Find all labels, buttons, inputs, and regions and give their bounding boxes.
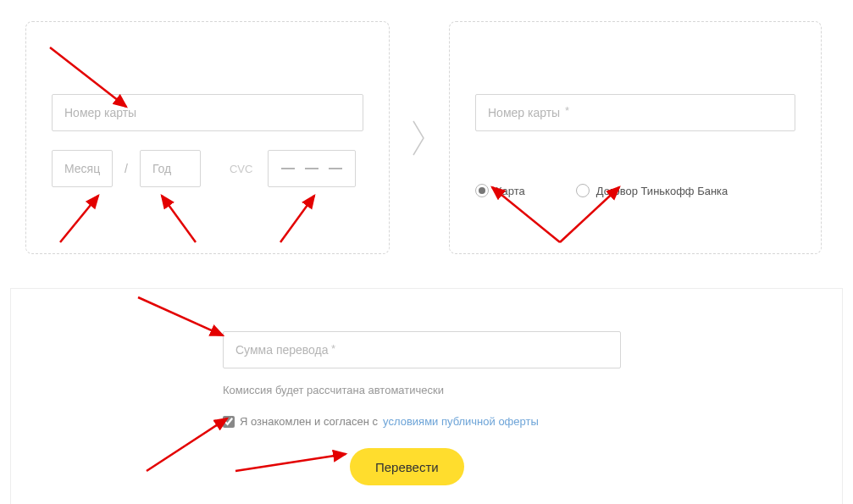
consent-checkbox[interactable] bbox=[223, 416, 235, 428]
from-card-number-input[interactable] bbox=[52, 94, 363, 131]
expiry-year-input[interactable] bbox=[140, 150, 201, 187]
cvc-label: CVC bbox=[230, 163, 252, 175]
svg-line-1 bbox=[60, 196, 98, 242]
amount-input[interactable] bbox=[223, 331, 621, 368]
expiry-separator: / bbox=[121, 162, 131, 175]
from-card-expiry-row: / CVC bbox=[52, 150, 363, 187]
transfer-panel: * Комиссия будет рассчитана автоматическ… bbox=[10, 288, 843, 504]
cvc-dash-icon bbox=[329, 168, 342, 169]
consent-row: Я ознакомлен и согласен с условиями публ… bbox=[223, 415, 817, 428]
consent-text: Я ознакомлен и согласен с bbox=[240, 415, 378, 428]
svg-line-3 bbox=[280, 196, 314, 242]
radio-card-label: Карта bbox=[496, 185, 525, 197]
annotation-arrow-icon bbox=[136, 191, 213, 251]
required-star-icon: * bbox=[331, 342, 335, 355]
expiry-month-input[interactable] bbox=[52, 150, 113, 187]
from-card-panel: / CVC bbox=[25, 21, 390, 254]
svg-line-2 bbox=[162, 196, 196, 242]
cvc-input[interactable] bbox=[268, 150, 356, 187]
annotation-arrow-icon bbox=[231, 437, 367, 479]
commission-note: Комиссия будет рассчитана автоматически bbox=[223, 384, 817, 396]
radio-contract-label: Договор Тинькофф Банка bbox=[596, 185, 728, 197]
svg-line-8 bbox=[235, 454, 346, 471]
radio-card[interactable] bbox=[475, 184, 489, 197]
radio-contract[interactable] bbox=[576, 184, 590, 197]
required-star-icon: * bbox=[565, 104, 569, 117]
annotation-arrow-icon bbox=[52, 191, 128, 251]
svg-line-7 bbox=[147, 418, 227, 471]
chevron-right-icon bbox=[407, 113, 432, 163]
cvc-dash-icon bbox=[305, 168, 318, 169]
submit-button[interactable]: Перевести bbox=[350, 448, 464, 485]
to-card-number-input[interactable] bbox=[475, 94, 795, 131]
to-card-panel: * Карта Договор Тинькофф Банка bbox=[449, 21, 822, 254]
annotation-arrow-icon bbox=[272, 191, 348, 251]
consent-link[interactable]: условиями публичной оферты bbox=[383, 415, 539, 428]
destination-type-radio-group: Карта Договор Тинькофф Банка bbox=[475, 184, 795, 197]
svg-line-6 bbox=[138, 297, 223, 335]
cvc-dash-icon bbox=[281, 168, 295, 169]
